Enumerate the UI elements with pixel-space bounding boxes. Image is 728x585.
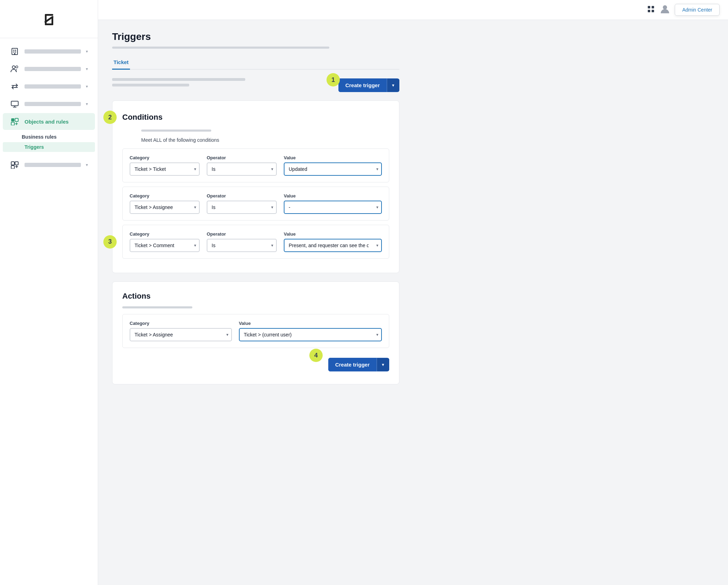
svg-point-24 bbox=[663, 5, 667, 9]
condition-2-operator-group: Operator Is ▾ bbox=[207, 193, 277, 214]
action-1-value-group: Value Ticket > (current user) ▾ bbox=[239, 321, 382, 341]
svg-rect-4 bbox=[45, 23, 53, 25]
actions-card: Actions Category Ticket > Assignee ▾ bbox=[112, 281, 399, 384]
condition-3-category-group: Category Ticket > Comment ▾ bbox=[130, 231, 200, 252]
condition-3-value-label: Value bbox=[284, 231, 382, 237]
condition-1-value-label: Value bbox=[284, 155, 382, 160]
grid-icon[interactable] bbox=[647, 5, 655, 15]
svg-rect-21 bbox=[652, 6, 654, 8]
sidebar-navigation: ▾ ▾ bbox=[0, 38, 98, 178]
step-badge-2: 2 bbox=[103, 111, 117, 124]
condition-1-operator-select-wrapper: Is ▾ bbox=[207, 162, 277, 176]
condition-3-category-label: Category bbox=[130, 231, 200, 237]
svg-point-12 bbox=[16, 66, 18, 68]
action-row-1: Category Ticket > Assignee ▾ Value bbox=[122, 314, 389, 348]
svg-rect-14 bbox=[11, 118, 14, 121]
sidebar-sub-parent: Business rules bbox=[0, 132, 98, 142]
sidebar-item-devices[interactable]: ▾ bbox=[3, 96, 95, 112]
arrows-icon bbox=[10, 82, 20, 91]
svg-rect-7 bbox=[15, 50, 16, 51]
condition-1-category-label: Category bbox=[130, 155, 200, 160]
condition-3-value-select-wrapper: Present, and requester can see the comme… bbox=[284, 239, 382, 252]
condition-3-category-select-wrapper: Ticket > Comment ▾ bbox=[130, 239, 200, 252]
nav-label-channels bbox=[25, 84, 81, 89]
condition-row-3: Category Ticket > Comment ▾ Operator bbox=[122, 225, 389, 259]
actions-bar bbox=[122, 306, 192, 308]
create-trigger-button-top[interactable]: Create trigger ▾ bbox=[338, 78, 399, 92]
sidebar-item-workspace[interactable]: ▾ bbox=[3, 43, 95, 60]
condition-2-value-select[interactable]: - bbox=[284, 201, 382, 214]
create-trigger-button-bottom[interactable]: Create trigger ▾ bbox=[328, 358, 389, 371]
chevron-down-icon-apps: ▾ bbox=[86, 162, 88, 167]
svg-rect-15 bbox=[15, 118, 18, 121]
chevron-down-icon-people: ▾ bbox=[86, 67, 88, 71]
create-trigger-main-bottom[interactable]: Create trigger bbox=[328, 358, 377, 371]
conditions-header: 2 Conditions bbox=[122, 111, 389, 124]
meet-all-label: Meet ALL of the following conditions bbox=[141, 137, 389, 143]
step-badge-1: 1 bbox=[327, 73, 340, 86]
condition-2-category-select-wrapper: Ticket > Assignee ▾ bbox=[130, 201, 200, 214]
action-1-category-select-wrapper: Ticket > Assignee ▾ bbox=[130, 328, 232, 341]
action-1-value-select[interactable]: Ticket > (current user) bbox=[239, 328, 382, 341]
chevron-down-icon-devices: ▾ bbox=[86, 102, 88, 106]
condition-2-operator-select-wrapper: Is ▾ bbox=[207, 201, 277, 214]
chevron-down-icon-channels: ▾ bbox=[86, 84, 88, 89]
condition-2-category-select[interactable]: Ticket > Assignee bbox=[130, 201, 200, 214]
condition-1-value-select-wrapper: Updated ▾ bbox=[284, 162, 382, 176]
svg-rect-23 bbox=[652, 10, 654, 12]
filter-bar-2 bbox=[112, 84, 189, 86]
action-1-value-select-wrapper: Ticket > (current user) ▾ bbox=[239, 328, 382, 341]
create-trigger-main-top[interactable]: Create trigger bbox=[338, 78, 387, 92]
condition-1-value-group: Value Updated ▾ bbox=[284, 155, 382, 176]
create-trigger-caret-bottom[interactable]: ▾ bbox=[377, 358, 389, 371]
condition-2-value-select-wrapper: - ▾ bbox=[284, 201, 382, 214]
condition-3-category-select[interactable]: Ticket > Comment bbox=[130, 239, 200, 252]
building-icon bbox=[10, 47, 20, 56]
condition-3-value-select[interactable]: Present, and requester can see the comme… bbox=[284, 239, 382, 252]
action-cols-1: Category Ticket > Assignee ▾ Value bbox=[130, 321, 382, 341]
content-area: Triggers Ticket 1 Create trigger bbox=[98, 20, 413, 404]
main-content: Admin Center Triggers Ticket 1 bbox=[98, 0, 728, 585]
sidebar-item-apps[interactable]: ▾ bbox=[3, 156, 95, 173]
sidebar-item-channels[interactable]: ▾ bbox=[3, 78, 95, 95]
nav-label-people bbox=[25, 67, 81, 71]
actions-header: Actions bbox=[122, 292, 389, 301]
condition-3-value-group: Value Present, and requester can see the… bbox=[284, 231, 382, 252]
step-badge-4: 4 bbox=[309, 349, 323, 362]
sidebar-item-people[interactable]: ▾ bbox=[3, 61, 95, 77]
page-title: Triggers bbox=[112, 31, 399, 42]
create-trigger-caret-top[interactable]: ▾ bbox=[387, 79, 399, 92]
svg-point-11 bbox=[12, 66, 15, 69]
conditions-title: Conditions bbox=[122, 113, 163, 122]
condition-cols-1: Category Ticket > Ticket ▾ Operator bbox=[130, 155, 382, 176]
tab-ticket[interactable]: Ticket bbox=[112, 56, 130, 70]
chevron-down-icon: ▾ bbox=[86, 49, 88, 54]
condition-2-category-label: Category bbox=[130, 193, 200, 199]
step-badge-3: 3 bbox=[103, 235, 117, 249]
sidebar-item-triggers[interactable]: Triggers bbox=[3, 142, 95, 152]
condition-1-operator-select[interactable]: Is bbox=[207, 162, 277, 176]
actions-title: Actions bbox=[122, 292, 151, 301]
condition-cols-2: Category Ticket > Assignee ▾ Operator bbox=[130, 193, 382, 214]
svg-rect-9 bbox=[15, 51, 16, 53]
action-1-category-group: Category Ticket > Assignee ▾ bbox=[130, 321, 232, 341]
monitor-icon bbox=[10, 99, 20, 109]
condition-1-value-select[interactable]: Updated bbox=[284, 162, 382, 176]
topbar-right: Admin Center bbox=[647, 4, 720, 16]
sidebar-item-objects[interactable]: Objects and rules bbox=[3, 113, 95, 130]
svg-rect-22 bbox=[648, 10, 650, 12]
user-avatar-icon[interactable] bbox=[659, 4, 671, 16]
sidebar-logo bbox=[0, 0, 98, 38]
condition-3-operator-select[interactable]: Is bbox=[207, 239, 277, 252]
condition-2-operator-select[interactable]: Is bbox=[207, 201, 277, 214]
svg-rect-10 bbox=[14, 53, 15, 55]
svg-rect-13 bbox=[11, 101, 18, 106]
admin-center-button[interactable]: Admin Center bbox=[675, 4, 720, 16]
filter-bar-group bbox=[112, 78, 245, 86]
action-1-category-label: Category bbox=[130, 321, 232, 326]
svg-rect-17 bbox=[11, 162, 14, 165]
svg-rect-8 bbox=[13, 51, 14, 53]
condition-1-category-select[interactable]: Ticket > Ticket bbox=[130, 162, 200, 176]
action-1-category-select[interactable]: Ticket > Assignee bbox=[130, 328, 232, 341]
condition-2-category-group: Category Ticket > Assignee ▾ bbox=[130, 193, 200, 214]
